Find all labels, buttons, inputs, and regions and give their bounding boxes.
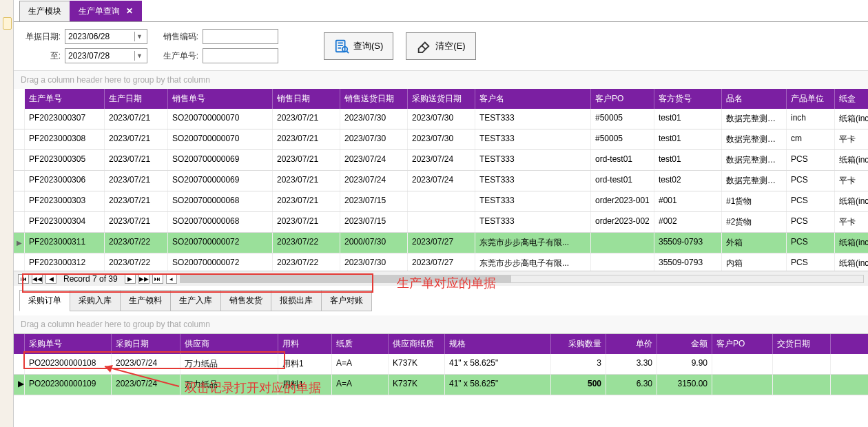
pager-nextpage[interactable]: ▶▶: [138, 274, 149, 284]
subtab-scrap-out[interactable]: 报损出库: [271, 290, 322, 311]
date-from-input[interactable]: 2023/06/28 ▼: [65, 29, 147, 44]
col-purdate[interactable]: 采购送货日期: [408, 89, 475, 109]
col-unit[interactable]: 产品单位: [787, 89, 835, 109]
dcol-pono[interactable]: 采购单号: [25, 334, 112, 354]
col-cust[interactable]: 客户名: [475, 89, 591, 109]
dcol-supp[interactable]: 供应商: [180, 334, 278, 354]
date-from-value: 2023/06/28: [68, 32, 110, 41]
subtab-prod-in[interactable]: 生产入库: [170, 290, 221, 311]
dcol-qty[interactable]: 采购数量: [551, 334, 606, 354]
chevron-down-icon[interactable]: ▼: [134, 51, 144, 61]
col-item[interactable]: 品名: [722, 89, 787, 109]
date-to-input[interactable]: 2023/07/28 ▼: [65, 48, 147, 63]
pager-last[interactable]: ⏭: [152, 274, 163, 284]
subtab-cust-recon[interactable]: 客户对账: [321, 290, 372, 311]
table-row[interactable]: PF20230003072023/07/21 SO200700000070202…: [14, 109, 868, 129]
pager-next[interactable]: ▶: [125, 274, 136, 284]
label-sale-code: 销售编码:: [160, 31, 198, 43]
dcol-spec[interactable]: 规格: [445, 334, 551, 354]
tab-production-module[interactable]: 生产模块: [19, 1, 70, 21]
svg-line-5: [347, 51, 349, 53]
col-pfno[interactable]: 生产单号: [25, 89, 105, 109]
col-sono[interactable]: 销售单号: [168, 89, 273, 109]
clear-label: 清空(E): [435, 40, 465, 52]
dcol-paper[interactable]: 纸质: [332, 334, 389, 354]
col-sodate[interactable]: 销售日期: [273, 89, 340, 109]
filter-bar: 单据日期: 2023/06/28 ▼ 至: 2023/07/28 ▼ 销售编码:: [14, 22, 868, 71]
dcol-cpo[interactable]: 客户PO: [712, 334, 773, 354]
dcol-mat[interactable]: 用料: [278, 334, 332, 354]
side-strip: [0, 0, 14, 427]
detail-row[interactable]: PO2023000001082023/07/24 万力纸品用料1 A=AK737…: [14, 354, 868, 375]
table-row[interactable]: PF20230003042023/07/21 SO200700000068202…: [14, 212, 868, 233]
svg-line-6: [422, 45, 426, 50]
search-icon: [334, 39, 349, 54]
table-row[interactable]: PF20230003062023/07/21 SO200700000069202…: [14, 171, 868, 191]
dcol-price[interactable]: 单价: [606, 334, 657, 354]
sale-code-input[interactable]: [203, 29, 278, 44]
tab-label: 生产单查询: [79, 6, 120, 16]
annotation-text-tabs: 生产单对应的单据: [397, 275, 496, 291]
pager-sep[interactable]: ◂: [166, 274, 177, 284]
subtab-sales-ship[interactable]: 销售发货: [220, 290, 271, 311]
detail-group-hint[interactable]: Drag a column header here to group by th…: [14, 315, 868, 333]
eraser-icon: [416, 39, 431, 54]
pager-text: Record 7 of 39: [63, 274, 118, 284]
table-row[interactable]: ▶ PF20230003112023/07/22 SO2007000000722…: [14, 233, 868, 253]
detail-row[interactable]: ▶ PO2023000001092023/07/24 万力纸品用料1 A=AK7…: [14, 375, 868, 395]
close-icon[interactable]: ✕: [126, 6, 133, 16]
table-row[interactable]: PF20230003032023/07/21 SO200700000068202…: [14, 191, 868, 212]
col-box[interactable]: 纸盒: [835, 89, 868, 109]
main-grid-header[interactable]: 生产单号 生产日期 销售单号 销售日期 销售送货日期 采购送货日期 客户名 客户…: [14, 89, 868, 109]
label-to: 至:: [22, 50, 61, 62]
main-grid-body[interactable]: PF20230003072023/07/21 SO200700000070202…: [14, 109, 868, 271]
pager-prevpage[interactable]: ◀◀: [32, 274, 43, 284]
date-to-value: 2023/07/28: [68, 51, 110, 61]
detail-grid-header[interactable]: 采购单号 采购日期 供应商 用料 纸质 供应商纸质 规格 采购数量 单价 金额 …: [14, 334, 868, 354]
dcol-ddate[interactable]: 交货日期: [773, 334, 831, 354]
subtab-purchase-in[interactable]: 采购入库: [70, 290, 121, 311]
chevron-down-icon[interactable]: ▼: [134, 32, 144, 41]
dcol-amt[interactable]: 金额: [657, 334, 712, 354]
clear-button[interactable]: 清空(E): [406, 32, 475, 60]
doc-tab-bar: 生产模块 生产单查询 ✕: [14, 0, 868, 22]
pager-first[interactable]: ⏮: [18, 274, 29, 284]
tab-production-query[interactable]: 生产单查询 ✕: [70, 1, 142, 21]
label-date: 单据日期:: [22, 31, 61, 43]
col-custpart[interactable]: 客方货号: [654, 89, 722, 109]
group-hint[interactable]: Drag a column header here to group by th…: [14, 71, 868, 89]
label-prod-no: 生产单号:: [160, 50, 198, 62]
query-button[interactable]: 查询(S): [324, 32, 393, 60]
col-custpo[interactable]: 客户PO: [591, 89, 654, 109]
prod-no-input[interactable]: [203, 48, 278, 63]
dcol-spaper[interactable]: 供应商纸质: [389, 334, 445, 354]
query-label: 查询(S): [353, 40, 383, 52]
col-shipdate[interactable]: 销售送货日期: [340, 89, 408, 109]
table-row[interactable]: PF20230003082023/07/21 SO200700000070202…: [14, 129, 868, 150]
subtab-prod-pick[interactable]: 生产领料: [120, 290, 171, 311]
table-row[interactable]: PF20230003122023/07/22 SO200700000072202…: [14, 253, 868, 271]
table-row[interactable]: PF20230003052023/07/21 SO200700000069202…: [14, 150, 868, 171]
dcol-podate[interactable]: 采购日期: [112, 334, 180, 354]
annotation-text-row: 双击记录打开对应的单据: [185, 379, 321, 396]
pager-prev[interactable]: ◀: [45, 274, 56, 284]
col-pfdate[interactable]: 生产日期: [105, 89, 168, 109]
h-scrollbar[interactable]: [180, 275, 864, 283]
subtab-purchase-order[interactable]: 采购订单: [19, 290, 70, 311]
detail-grid-body[interactable]: PO2023000001082023/07/24 万力纸品用料1 A=AK737…: [14, 354, 868, 395]
